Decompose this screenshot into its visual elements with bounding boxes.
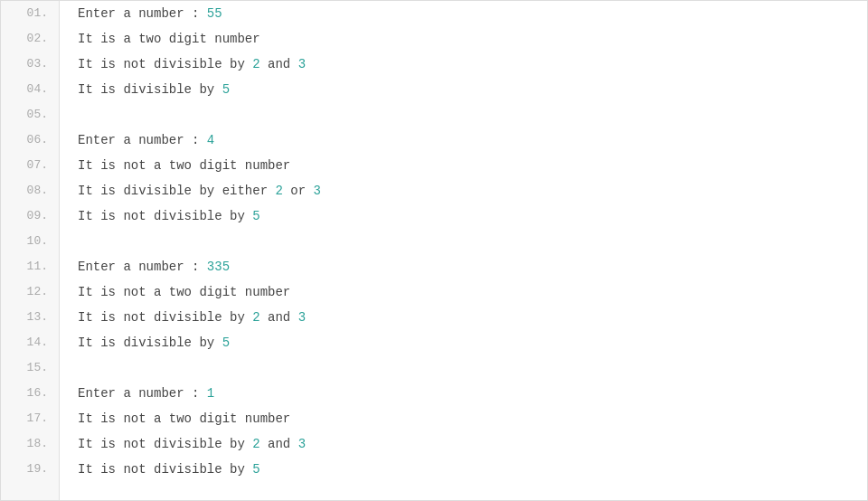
line-number-15: 15. (1, 355, 59, 381)
code-line-14: It is divisible by 5 (60, 330, 867, 355)
highlighted-value: 2 (275, 184, 282, 198)
line-number-6: 06. (1, 128, 59, 153)
highlighted-value: 3 (298, 57, 306, 71)
line-number-9: 09. (1, 203, 59, 229)
line-number-10: 10. (1, 229, 59, 254)
code-line-8: It is divisible by either 2 or 3 (60, 178, 867, 203)
line-number-3: 03. (1, 52, 59, 77)
code-line-5 (60, 102, 867, 128)
line-number-11: 11. (1, 254, 59, 279)
line-number-12: 12. (1, 279, 59, 305)
line-number-2: 02. (1, 26, 59, 52)
highlighted-value: 5 (222, 336, 230, 350)
line-number-8: 08. (1, 178, 59, 203)
line-number-1: 01. (1, 1, 59, 26)
line-number-17: 17. (1, 406, 59, 431)
line-number-16: 16. (1, 381, 59, 406)
highlighted-value: 3 (298, 437, 306, 451)
line-number-18: 18. (1, 431, 59, 457)
code-line-4: It is divisible by 5 (60, 77, 867, 102)
highlighted-value: 3 (313, 184, 320, 198)
code-line-7: It is not a two digit number (60, 153, 867, 178)
line-number-5: 05. (1, 102, 59, 128)
code-area: Enter a number : 55It is a two digit num… (60, 1, 867, 500)
highlighted-value: 5 (252, 209, 259, 223)
code-line-2: It is a two digit number (60, 26, 867, 52)
highlighted-value: 1 (207, 386, 214, 401)
line-number-7: 07. (1, 153, 59, 178)
line-number-14: 14. (1, 330, 59, 355)
line-numbers-panel: 01.02.03.04.05.06.07.08.09.10.11.12.13.1… (1, 1, 60, 500)
highlighted-value: 3 (298, 310, 306, 325)
line-number-4: 04. (1, 77, 59, 102)
highlighted-value: 5 (252, 462, 259, 477)
highlighted-value: 55 (207, 6, 222, 21)
code-line-16: Enter a number : 1 (60, 381, 867, 406)
highlighted-value: 4 (207, 133, 214, 147)
code-line-17: It is not a two digit number (60, 406, 867, 431)
code-line-15 (60, 355, 867, 381)
highlighted-value: 2 (252, 57, 259, 71)
line-number-13: 13. (1, 305, 59, 330)
highlighted-value: 5 (222, 82, 230, 97)
highlighted-value: 335 (207, 260, 230, 274)
code-line-11: Enter a number : 335 (60, 254, 867, 279)
code-line-19: It is not divisible by 5 (60, 457, 867, 482)
code-line-3: It is not divisible by 2 and 3 (60, 52, 867, 77)
highlighted-value: 2 (252, 437, 259, 451)
code-line-12: It is not a two digit number (60, 279, 867, 305)
code-line-13: It is not divisible by 2 and 3 (60, 305, 867, 330)
code-line-10 (60, 229, 867, 254)
line-number-19: 19. (1, 457, 59, 482)
main-container: 01.02.03.04.05.06.07.08.09.10.11.12.13.1… (0, 0, 868, 501)
code-line-1: Enter a number : 55 (60, 1, 867, 26)
code-line-18: It is not divisible by 2 and 3 (60, 431, 867, 457)
highlighted-value: 2 (252, 310, 259, 325)
code-line-9: It is not divisible by 5 (60, 203, 867, 229)
code-line-6: Enter a number : 4 (60, 128, 867, 153)
